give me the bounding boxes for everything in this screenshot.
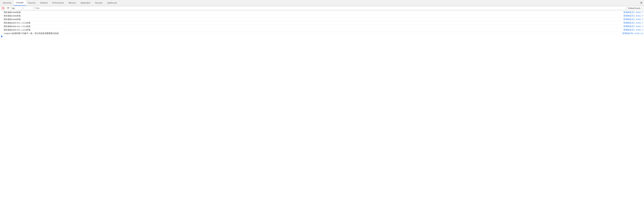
console-row: 我在修改address.city的值变现响应式2.html:7 [0, 21, 644, 25]
console-source-link[interactable]: 变现响应式2.html:7 [623, 22, 643, 25]
cursor-indicator [1, 36, 2, 37]
tab-network[interactable]: Network [38, 0, 50, 5]
console-row: compare监测到两个对象不一致，所以页面是需要重新渲染的变现响应式2.htm… [0, 32, 644, 35]
console-message: 我在修改address.city的值 [4, 29, 620, 32]
console-toolbar: 🚫 👁 top ▾ Default levels ▾ [0, 6, 644, 11]
default-levels-label: Default levels [628, 7, 640, 9]
console-row: 我在修改name的值变现响应式2.html:7 [0, 11, 644, 14]
tab-elements[interactable]: Elements [1, 0, 14, 5]
tab-performance[interactable]: Performance [50, 0, 66, 5]
console-message: 我在修改address.city的值 [4, 22, 620, 25]
console-row: 我在修改name的值变现响应式2.html:7 [0, 18, 644, 21]
console-source-link[interactable]: 变现响应式2.html:7 [623, 15, 643, 17]
tab-console[interactable]: Console [14, 0, 26, 6]
default-levels-button[interactable]: Default levels ▾ [627, 6, 643, 10]
filter-button[interactable]: 👁 [6, 6, 10, 10]
console-source-link[interactable]: 变现响应式2.html:7 [623, 29, 643, 32]
console-message: 我在修改name的值 [4, 11, 620, 14]
tab-memory[interactable]: Memory [66, 0, 78, 5]
console-source-link[interactable]: 变现响应式2.html:7 [623, 11, 643, 14]
console-message: 我在修改name的值 [4, 15, 620, 17]
console-message: compare监测到两个对象不一致，所以页面是需要重新渲染的 [4, 32, 618, 35]
clear-icon: 🚫 [2, 7, 4, 10]
tab-bar: Elements Console Sources Network Perform… [0, 0, 644, 6]
tab-lighthouse[interactable]: Lighthouse [105, 0, 119, 5]
filter-input[interactable] [34, 6, 626, 10]
context-selector[interactable]: top ▾ [11, 6, 33, 10]
default-levels-arrow-icon: ▾ [641, 7, 642, 9]
settings-icon[interactable]: ⚙ [638, 0, 644, 6]
console-cursor-row [0, 35, 644, 38]
console-row: 我在修改name的值变现响应式2.html:7 [0, 14, 644, 18]
context-value: top [12, 7, 22, 9]
console-row: 我在修改address.city的值变现响应式2.html:7 [0, 28, 644, 32]
console-source-link[interactable]: 变现响应式2.html:11 [622, 32, 643, 35]
console-source-link[interactable]: 变现响应式2.html:7 [623, 25, 643, 28]
tab-security[interactable]: Security [93, 0, 105, 5]
console-message: 我在修改name的值 [4, 18, 620, 21]
filter-icon: 👁 [7, 7, 10, 10]
console-source-link[interactable]: 变现响应式2.html:7 [623, 18, 643, 21]
console-message: 我在修改address.city的值 [4, 25, 620, 28]
tab-sources[interactable]: Sources [26, 0, 38, 5]
console-output: 我在修改name的值变现响应式2.html:7我在修改name的值变现响应式2.… [0, 11, 644, 202]
console-row: 我在修改address.city的值变现响应式2.html:7 [0, 25, 644, 28]
tab-application[interactable]: Application [78, 0, 93, 5]
context-arrow-icon: ▾ [22, 7, 32, 9]
clear-console-button[interactable]: 🚫 [1, 6, 5, 10]
